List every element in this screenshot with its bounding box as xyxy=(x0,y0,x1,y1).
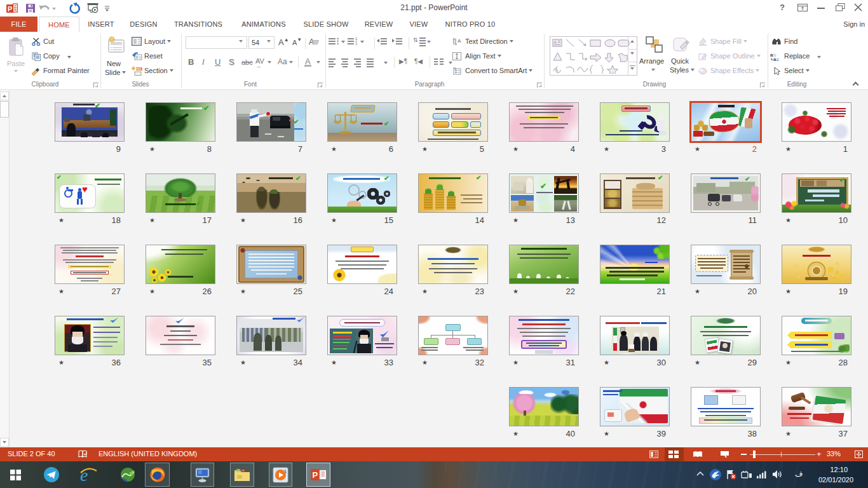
svg-text:A: A xyxy=(554,40,557,44)
svg-text:A: A xyxy=(458,38,461,44)
svg-text:c: c xyxy=(776,57,779,61)
svg-text:P: P xyxy=(313,470,318,480)
svg-text:P: P xyxy=(8,5,12,13)
svg-text:e: e xyxy=(80,465,88,484)
